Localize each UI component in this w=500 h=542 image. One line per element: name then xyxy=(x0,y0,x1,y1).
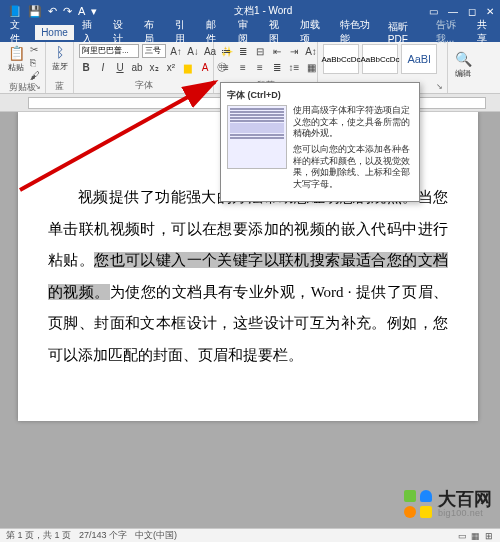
window-controls: ▭ — ◻ ✕ xyxy=(429,6,500,17)
cut-icon[interactable]: ✂ xyxy=(30,44,40,55)
bluetooth-icon: ᛒ xyxy=(56,44,64,60)
ribbon-options-icon[interactable]: ▭ xyxy=(429,6,438,17)
tooltip-text: 使用高级字体和字符选项自定义您的文本，使之具备所需的精确外观。 您可以向您的文本… xyxy=(293,105,413,195)
redo-icon[interactable]: ↷ xyxy=(63,5,72,18)
brand-logo-icon xyxy=(404,490,432,518)
italic-button[interactable]: I xyxy=(96,60,110,74)
group-font: 阿里巴巴普... 三号 A↑ A↓ Aa ✨ B I U ab x₂ x² ▆ … xyxy=(74,42,214,93)
status-words[interactable]: 27/143 个字 xyxy=(79,529,127,542)
font-size-select[interactable]: 三号 xyxy=(142,44,166,58)
subscript-button[interactable]: x₂ xyxy=(147,60,161,74)
style-normal[interactable]: AaBbCcDc xyxy=(323,44,359,74)
font-dialog-tooltip: 字体 (Ctrl+D) 使用高级字体和字符选项自定义您的文本，使之具备所需的精确… xyxy=(220,82,420,202)
status-page[interactable]: 第 1 页，共 1 页 xyxy=(6,529,71,542)
body-paragraph[interactable]: 视频提供了功能强大的方法帮助您证明您的观点。当您单击联机视频时，可以在想要添加的… xyxy=(48,182,448,371)
tooltip-p1: 使用高级字体和字符选项自定义您的文本，使之具备所需的精确外观。 xyxy=(293,105,413,140)
font-launcher-icon[interactable]: ↘ xyxy=(202,82,212,92)
tooltip-p2: 您可以向您的文本添加各种各样的样式和颜色，以及视觉效果，例如删除线、上标和全部大… xyxy=(293,144,413,191)
brand-name: 大百网 xyxy=(438,490,492,509)
maximize-icon[interactable]: ◻ xyxy=(468,6,476,17)
printlayout-icon[interactable]: ▦ xyxy=(471,531,480,541)
grow-font-icon[interactable]: A↑ xyxy=(169,44,183,58)
watermark-brand: 大百网 big100.net xyxy=(404,490,492,518)
justify-button[interactable]: ≣ xyxy=(270,60,284,74)
multilevel-button[interactable]: ⊟ xyxy=(253,44,267,58)
paste-label: 粘贴 xyxy=(8,62,24,73)
paste-button[interactable]: 📋 粘贴 xyxy=(5,45,27,81)
styles-launcher-icon[interactable]: ↘ xyxy=(436,82,446,92)
undo-icon[interactable]: ↶ xyxy=(48,5,57,18)
editing-label: 编辑 xyxy=(455,68,471,79)
weblayout-icon[interactable]: ⊞ xyxy=(485,531,493,541)
readmode-icon[interactable]: ▭ xyxy=(458,531,467,541)
clipboard-launcher-icon[interactable]: ↘ xyxy=(34,82,44,92)
format-painter-icon[interactable]: 🖌 xyxy=(30,70,40,81)
style-heading1[interactable]: AaBl xyxy=(401,44,437,74)
underline-button[interactable]: U xyxy=(113,60,127,74)
tooltip-title: 字体 (Ctrl+D) xyxy=(227,89,413,102)
group-bluetooth: ᛒ 蓝牙 蓝牙 xyxy=(46,42,74,93)
font-name-select[interactable]: 阿里巴巴普... xyxy=(79,44,139,58)
shading-button[interactable]: ▦ xyxy=(304,60,318,74)
align-left-button[interactable]: ≡ xyxy=(219,60,233,74)
ribbon-tabs: 文件 Home 插入 设计 布局 引用 邮件 审阅 视图 加载项 特色功能 福昕… xyxy=(0,22,500,42)
line-spacing-button[interactable]: ↕≡ xyxy=(287,60,301,74)
bullets-button[interactable]: ≔ xyxy=(219,44,233,58)
view-buttons: ▭ ▦ ⊞ xyxy=(457,531,494,541)
group-editing: 🔍 编辑 xyxy=(448,42,478,93)
minimize-icon[interactable]: — xyxy=(448,6,458,17)
share-button[interactable]: 共享 xyxy=(477,18,500,46)
copy-icon[interactable]: ⎘ xyxy=(30,57,40,68)
brand-domain: big100.net xyxy=(438,509,492,518)
clipboard-icon: 📋 xyxy=(8,45,25,61)
shrink-font-icon[interactable]: A↓ xyxy=(186,44,200,58)
indent-inc-button[interactable]: ⇥ xyxy=(287,44,301,58)
sort-button[interactable]: A↕ xyxy=(304,44,318,58)
font-group-label: 字体 xyxy=(79,79,208,93)
superscript-button[interactable]: x² xyxy=(164,60,178,74)
bluetooth-button[interactable]: ᛒ 蓝牙 xyxy=(51,44,68,80)
bluetooth-label: 蓝牙 xyxy=(52,61,68,72)
group-clipboard: 📋 粘贴 ✂ ⎘ 🖌 剪贴板 ↘ xyxy=(0,42,46,93)
status-bar: 第 1 页，共 1 页 27/143 个字 中文(中国) ▭ ▦ ⊞ xyxy=(0,528,500,542)
editing-button[interactable]: 🔍 编辑 xyxy=(453,51,473,87)
font-color-button[interactable]: A xyxy=(198,60,212,74)
style-nospacing[interactable]: AaBbCcDc xyxy=(362,44,398,74)
tab-home[interactable]: Home xyxy=(35,25,74,40)
status-lang[interactable]: 中文(中国) xyxy=(135,529,177,542)
numbering-button[interactable]: ≣ xyxy=(236,44,250,58)
bold-button[interactable]: B xyxy=(79,60,93,74)
find-icon: 🔍 xyxy=(455,51,472,67)
align-center-button[interactable]: ≡ xyxy=(236,60,250,74)
highlight-button[interactable]: ▆ xyxy=(181,60,195,74)
close-icon[interactable]: ✕ xyxy=(486,6,494,17)
indent-dec-button[interactable]: ⇤ xyxy=(270,44,284,58)
tooltip-thumbnail xyxy=(227,105,287,169)
align-right-button[interactable]: ≡ xyxy=(253,60,267,74)
strike-button[interactable]: ab xyxy=(130,60,144,74)
